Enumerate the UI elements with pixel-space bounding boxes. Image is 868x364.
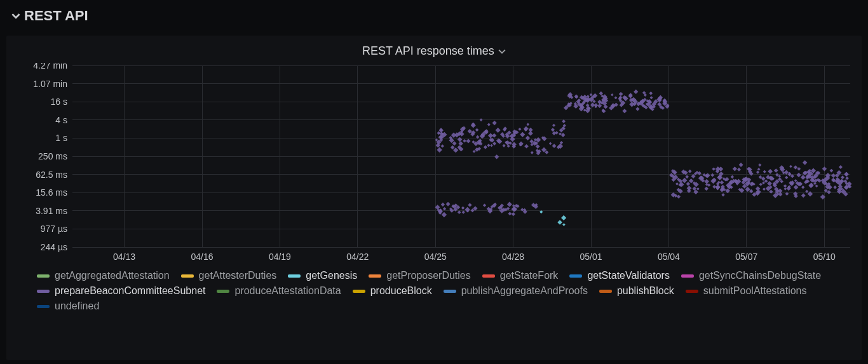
svg-rect-215	[443, 207, 446, 210]
svg-rect-130	[536, 144, 540, 149]
svg-rect-531	[794, 185, 799, 190]
svg-rect-485	[689, 179, 694, 184]
svg-rect-189	[461, 206, 465, 210]
svg-rect-347	[769, 190, 773, 194]
svg-rect-128	[531, 151, 534, 154]
svg-rect-458	[739, 163, 743, 167]
svg-text:16 s: 16 s	[51, 97, 67, 107]
svg-text:4 s: 4 s	[55, 115, 67, 125]
svg-rect-383	[783, 187, 787, 191]
svg-rect-110	[451, 145, 455, 150]
svg-rect-225	[446, 202, 451, 206]
svg-rect-171	[463, 139, 466, 143]
svg-rect-415	[794, 179, 797, 182]
svg-rect-196	[468, 203, 471, 206]
svg-text:05/04: 05/04	[658, 252, 680, 262]
legend-swatch	[181, 274, 194, 278]
svg-rect-581	[801, 185, 804, 189]
svg-rect-579	[844, 172, 848, 177]
svg-rect-608	[561, 215, 566, 220]
svg-rect-354	[763, 187, 766, 191]
svg-rect-255	[614, 97, 618, 100]
svg-text:1 s: 1 s	[55, 133, 67, 143]
panel-title-text: REST API response times	[362, 44, 494, 58]
svg-text:04/28: 04/28	[502, 252, 524, 262]
svg-rect-547	[715, 185, 721, 190]
legend-item-prepareBeaconCommitteeSubnet[interactable]: prepareBeaconCommitteeSubnet	[37, 285, 205, 297]
svg-rect-148	[466, 138, 470, 143]
svg-rect-83	[526, 136, 530, 140]
chart-plot-area[interactable]: 244 µs977 µs3.91 ms15.6 ms62.5 ms250 ms1…	[14, 63, 854, 265]
svg-text:250 ms: 250 ms	[38, 151, 67, 161]
legend-item-publishAggregateAndProofs[interactable]: publishAggregateAndProofs	[444, 285, 588, 297]
svg-rect-439	[774, 168, 778, 173]
legend-item-getProposerDuties[interactable]: getProposerDuties	[369, 270, 471, 281]
svg-rect-218	[508, 212, 512, 215]
svg-rect-288	[635, 107, 639, 111]
svg-rect-350	[757, 168, 761, 171]
svg-rect-419	[737, 168, 741, 172]
legend-item-produceAttestationData[interactable]: produceAttestationData	[217, 285, 341, 297]
svg-rect-413	[762, 182, 765, 185]
legend-label: getAttesterDuties	[199, 270, 277, 281]
svg-rect-357	[801, 193, 806, 198]
svg-text:62.5 ms: 62.5 ms	[36, 170, 67, 180]
svg-rect-552	[733, 166, 737, 171]
svg-text:3.91 ms: 3.91 ms	[36, 206, 67, 216]
svg-text:244 µs: 244 µs	[41, 242, 67, 252]
legend-label: getSyncChainsDebugState	[699, 270, 821, 281]
svg-rect-160	[453, 147, 458, 152]
svg-rect-376	[763, 170, 766, 173]
svg-rect-564	[830, 169, 834, 173]
svg-rect-174	[483, 204, 486, 207]
svg-rect-248	[619, 92, 623, 97]
legend-label: getProposerDuties	[386, 270, 471, 281]
svg-rect-253	[650, 96, 653, 99]
legend-item-publishBlock[interactable]: publishBlock	[599, 285, 674, 297]
legend-item-submitPoolAttestations[interactable]: submitPoolAttestations	[686, 285, 807, 297]
legend-item-undefined[interactable]: undefined	[37, 300, 99, 312]
svg-rect-417	[720, 180, 724, 185]
legend-swatch	[369, 274, 381, 278]
svg-rect-529	[756, 171, 759, 174]
svg-rect-559	[696, 187, 700, 191]
panel-title[interactable]: REST API response times	[14, 41, 854, 63]
svg-rect-44	[437, 147, 442, 152]
svg-rect-394	[783, 184, 787, 187]
svg-rect-442	[764, 179, 768, 183]
svg-rect-236	[622, 109, 627, 113]
svg-text:4.27 min: 4.27 min	[33, 63, 67, 71]
legend-item-produceBlock[interactable]: produceBlock	[353, 285, 432, 297]
svg-rect-597	[677, 195, 681, 199]
svg-text:04/19: 04/19	[269, 252, 291, 262]
svg-rect-152	[439, 128, 444, 133]
svg-rect-610	[562, 223, 566, 226]
svg-rect-498	[691, 174, 696, 179]
section-header[interactable]: REST API	[0, 0, 868, 28]
legend-item-getAttesterDuties[interactable]: getAttesterDuties	[181, 270, 277, 281]
svg-rect-582	[803, 160, 808, 165]
svg-rect-72	[488, 133, 493, 138]
legend-item-getGenesis[interactable]: getGenesis	[288, 270, 357, 281]
chevron-down-icon	[11, 11, 20, 20]
legend-item-getAggregatedAttestation[interactable]: getAggregatedAttestation	[37, 270, 170, 281]
svg-rect-95	[527, 123, 530, 126]
svg-rect-568	[686, 182, 690, 185]
svg-rect-273	[590, 93, 593, 97]
svg-rect-488	[710, 173, 714, 177]
legend-item-getSyncChainsDebugState[interactable]: getSyncChainsDebugState	[681, 270, 821, 281]
svg-rect-329	[594, 103, 599, 107]
legend-item-getStateFork[interactable]: getStateFork	[482, 270, 559, 281]
legend-label: publishBlock	[617, 285, 674, 297]
svg-rect-149	[549, 142, 552, 145]
svg-rect-46	[490, 144, 493, 147]
legend-item-getStateValidators[interactable]: getStateValidators	[569, 270, 670, 281]
svg-rect-540	[731, 175, 735, 179]
svg-rect-162	[492, 142, 496, 145]
legend-swatch	[681, 274, 694, 278]
legend-swatch	[37, 290, 50, 293]
chevron-down-icon	[498, 48, 506, 55]
svg-rect-496	[704, 179, 709, 184]
svg-rect-451	[815, 184, 818, 187]
svg-rect-144	[552, 144, 557, 148]
